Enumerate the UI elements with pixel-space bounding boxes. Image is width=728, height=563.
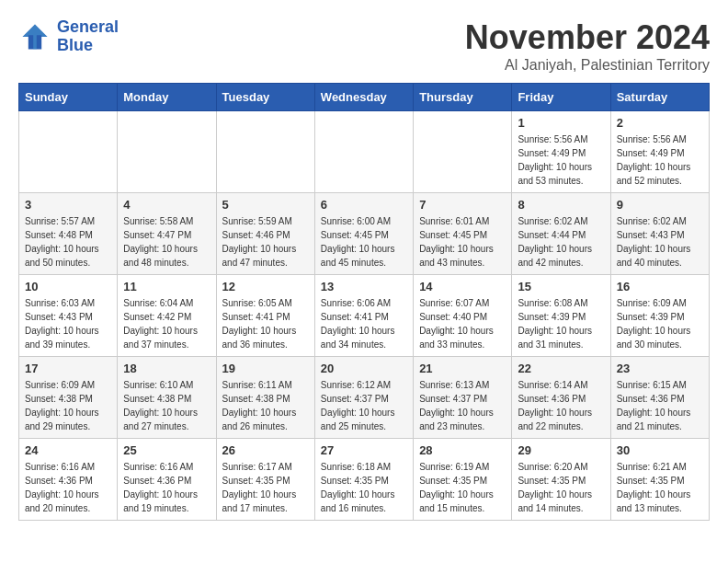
day-number: 1 bbox=[518, 116, 604, 130]
day-number: 23 bbox=[617, 362, 703, 375]
calendar-cell: 20Sunrise: 6:12 AM Sunset: 4:37 PM Dayli… bbox=[314, 357, 413, 439]
calendar-cell: 25Sunrise: 6:16 AM Sunset: 4:36 PM Dayli… bbox=[118, 439, 216, 521]
day-number: 14 bbox=[419, 280, 506, 293]
calendar-week-row: 3Sunrise: 5:57 AM Sunset: 4:48 PM Daylig… bbox=[19, 193, 710, 275]
calendar-cell: 23Sunrise: 6:15 AM Sunset: 4:36 PM Dayli… bbox=[610, 357, 709, 439]
logo: General Blue bbox=[18, 18, 119, 55]
weekday-header: Monday bbox=[118, 84, 216, 111]
day-number: 30 bbox=[617, 443, 703, 457]
day-info: Sunrise: 6:03 AM Sunset: 4:43 PM Dayligh… bbox=[25, 296, 111, 351]
day-info: Sunrise: 6:13 AM Sunset: 4:37 PM Dayligh… bbox=[419, 378, 506, 433]
calendar-cell: 16Sunrise: 6:09 AM Sunset: 4:39 PM Dayli… bbox=[610, 275, 709, 357]
day-info: Sunrise: 5:56 AM Sunset: 4:49 PM Dayligh… bbox=[617, 132, 703, 188]
day-info: Sunrise: 6:06 AM Sunset: 4:41 PM Dayligh… bbox=[321, 296, 407, 351]
day-info: Sunrise: 6:04 AM Sunset: 4:42 PM Dayligh… bbox=[123, 296, 210, 351]
day-info: Sunrise: 5:58 AM Sunset: 4:47 PM Dayligh… bbox=[123, 214, 210, 270]
logo-icon bbox=[18, 20, 51, 53]
day-info: Sunrise: 6:17 AM Sunset: 4:35 PM Dayligh… bbox=[222, 460, 309, 515]
calendar-cell: 27Sunrise: 6:18 AM Sunset: 4:35 PM Dayli… bbox=[314, 439, 413, 521]
day-info: Sunrise: 6:21 AM Sunset: 4:35 PM Dayligh… bbox=[617, 460, 703, 515]
weekday-header: Friday bbox=[512, 84, 610, 111]
day-info: Sunrise: 6:16 AM Sunset: 4:36 PM Dayligh… bbox=[123, 460, 210, 515]
day-info: Sunrise: 6:19 AM Sunset: 4:35 PM Dayligh… bbox=[419, 460, 506, 515]
day-number: 26 bbox=[222, 443, 309, 457]
day-number: 2 bbox=[617, 116, 703, 130]
day-number: 29 bbox=[518, 443, 604, 457]
calendar-cell: 4Sunrise: 5:58 AM Sunset: 4:47 PM Daylig… bbox=[118, 193, 216, 275]
calendar-cell: 19Sunrise: 6:11 AM Sunset: 4:38 PM Dayli… bbox=[216, 357, 314, 439]
logo-text: General Blue bbox=[57, 18, 119, 55]
day-info: Sunrise: 6:20 AM Sunset: 4:35 PM Dayligh… bbox=[518, 460, 604, 515]
day-info: Sunrise: 6:05 AM Sunset: 4:41 PM Dayligh… bbox=[222, 296, 309, 351]
day-info: Sunrise: 6:08 AM Sunset: 4:39 PM Dayligh… bbox=[518, 296, 604, 351]
weekday-header: Tuesday bbox=[216, 84, 314, 111]
calendar-cell: 28Sunrise: 6:19 AM Sunset: 4:35 PM Dayli… bbox=[414, 439, 512, 521]
day-number: 10 bbox=[25, 280, 111, 293]
weekday-header: Saturday bbox=[610, 84, 709, 111]
calendar-cell: 11Sunrise: 6:04 AM Sunset: 4:42 PM Dayli… bbox=[118, 275, 216, 357]
page-header: General Blue November 2024 Al Janiyah, P… bbox=[18, 18, 710, 74]
calendar-cell bbox=[216, 111, 314, 193]
day-number: 15 bbox=[518, 280, 604, 293]
calendar-week-row: 1Sunrise: 5:56 AM Sunset: 4:49 PM Daylig… bbox=[19, 111, 710, 193]
calendar-cell: 5Sunrise: 5:59 AM Sunset: 4:46 PM Daylig… bbox=[216, 193, 314, 275]
weekday-header: Wednesday bbox=[314, 84, 413, 111]
day-info: Sunrise: 6:00 AM Sunset: 4:45 PM Dayligh… bbox=[321, 214, 407, 270]
calendar-cell: 3Sunrise: 5:57 AM Sunset: 4:48 PM Daylig… bbox=[19, 193, 118, 275]
calendar-cell: 29Sunrise: 6:20 AM Sunset: 4:35 PM Dayli… bbox=[512, 439, 610, 521]
day-info: Sunrise: 6:11 AM Sunset: 4:38 PM Dayligh… bbox=[222, 378, 309, 433]
day-info: Sunrise: 6:14 AM Sunset: 4:36 PM Dayligh… bbox=[518, 378, 604, 433]
calendar-cell bbox=[118, 111, 216, 193]
day-info: Sunrise: 6:10 AM Sunset: 4:38 PM Dayligh… bbox=[123, 378, 210, 433]
month-title: November 2024 bbox=[465, 18, 710, 57]
calendar-cell bbox=[314, 111, 413, 193]
day-number: 7 bbox=[419, 198, 506, 212]
day-info: Sunrise: 6:02 AM Sunset: 4:43 PM Dayligh… bbox=[617, 214, 703, 270]
day-number: 11 bbox=[123, 280, 210, 293]
day-number: 21 bbox=[419, 362, 506, 375]
calendar-week-row: 24Sunrise: 6:16 AM Sunset: 4:36 PM Dayli… bbox=[19, 439, 710, 521]
day-number: 12 bbox=[222, 280, 309, 293]
day-info: Sunrise: 6:02 AM Sunset: 4:44 PM Dayligh… bbox=[518, 214, 604, 270]
calendar-cell: 15Sunrise: 6:08 AM Sunset: 4:39 PM Dayli… bbox=[512, 275, 610, 357]
day-number: 6 bbox=[321, 198, 407, 212]
calendar-header-row: SundayMondayTuesdayWednesdayThursdayFrid… bbox=[19, 84, 710, 111]
day-number: 20 bbox=[321, 362, 407, 375]
calendar-cell: 21Sunrise: 6:13 AM Sunset: 4:37 PM Dayli… bbox=[414, 357, 512, 439]
day-number: 16 bbox=[617, 280, 703, 293]
day-info: Sunrise: 6:07 AM Sunset: 4:40 PM Dayligh… bbox=[419, 296, 506, 351]
calendar-cell: 12Sunrise: 6:05 AM Sunset: 4:41 PM Dayli… bbox=[216, 275, 314, 357]
day-number: 17 bbox=[25, 362, 111, 375]
day-info: Sunrise: 6:18 AM Sunset: 4:35 PM Dayligh… bbox=[321, 460, 407, 515]
calendar-cell: 18Sunrise: 6:10 AM Sunset: 4:38 PM Dayli… bbox=[118, 357, 216, 439]
calendar-cell: 22Sunrise: 6:14 AM Sunset: 4:36 PM Dayli… bbox=[512, 357, 610, 439]
calendar-cell bbox=[19, 111, 118, 193]
calendar-cell: 17Sunrise: 6:09 AM Sunset: 4:38 PM Dayli… bbox=[19, 357, 118, 439]
calendar-cell: 10Sunrise: 6:03 AM Sunset: 4:43 PM Dayli… bbox=[19, 275, 118, 357]
location-subtitle: Al Janiyah, Palestinian Territory bbox=[465, 57, 710, 74]
calendar-cell: 2Sunrise: 5:56 AM Sunset: 4:49 PM Daylig… bbox=[610, 111, 709, 193]
day-number: 13 bbox=[321, 280, 407, 293]
day-number: 5 bbox=[222, 198, 309, 212]
day-number: 18 bbox=[123, 362, 210, 375]
day-info: Sunrise: 5:56 AM Sunset: 4:49 PM Dayligh… bbox=[518, 132, 604, 188]
day-number: 3 bbox=[25, 198, 111, 212]
day-info: Sunrise: 6:16 AM Sunset: 4:36 PM Dayligh… bbox=[25, 460, 111, 515]
calendar-cell bbox=[414, 111, 512, 193]
calendar-cell: 7Sunrise: 6:01 AM Sunset: 4:45 PM Daylig… bbox=[414, 193, 512, 275]
calendar-cell: 26Sunrise: 6:17 AM Sunset: 4:35 PM Dayli… bbox=[216, 439, 314, 521]
title-block: November 2024 Al Janiyah, Palestinian Te… bbox=[465, 18, 710, 74]
day-number: 28 bbox=[419, 443, 506, 457]
calendar-cell: 30Sunrise: 6:21 AM Sunset: 4:35 PM Dayli… bbox=[610, 439, 709, 521]
calendar-cell: 9Sunrise: 6:02 AM Sunset: 4:43 PM Daylig… bbox=[610, 193, 709, 275]
calendar-week-row: 17Sunrise: 6:09 AM Sunset: 4:38 PM Dayli… bbox=[19, 357, 710, 439]
weekday-header: Thursday bbox=[414, 84, 512, 111]
calendar-cell: 8Sunrise: 6:02 AM Sunset: 4:44 PM Daylig… bbox=[512, 193, 610, 275]
calendar-cell: 24Sunrise: 6:16 AM Sunset: 4:36 PM Dayli… bbox=[19, 439, 118, 521]
day-number: 27 bbox=[321, 443, 407, 457]
day-number: 8 bbox=[518, 198, 604, 212]
calendar-cell: 14Sunrise: 6:07 AM Sunset: 4:40 PM Dayli… bbox=[414, 275, 512, 357]
weekday-header: Sunday bbox=[19, 84, 118, 111]
day-info: Sunrise: 6:12 AM Sunset: 4:37 PM Dayligh… bbox=[321, 378, 407, 433]
day-number: 24 bbox=[25, 443, 111, 457]
